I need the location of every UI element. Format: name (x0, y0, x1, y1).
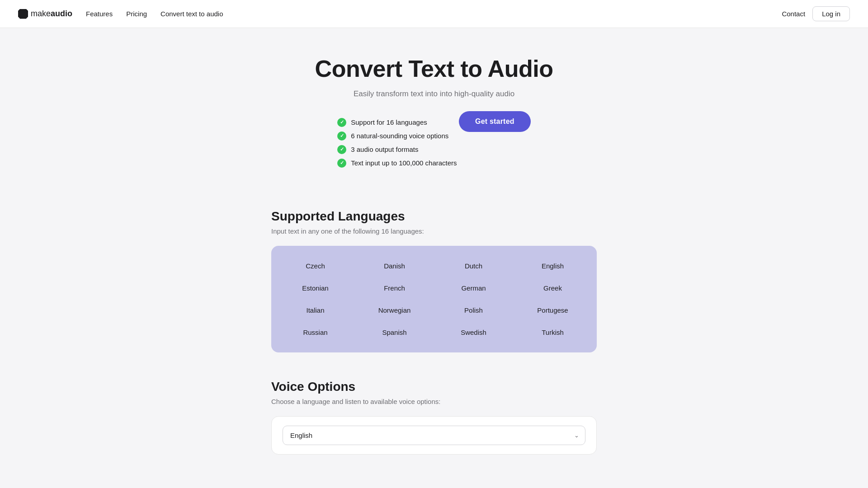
language-cell: French (355, 277, 434, 299)
languages-subtitle: Input text in any one of the following 1… (271, 227, 597, 235)
login-button[interactable]: Log in (812, 6, 850, 21)
nav-pricing[interactable]: Pricing (126, 10, 147, 18)
check-icon-1: ✓ (337, 118, 346, 127)
logo[interactable]: makeaudio (18, 9, 72, 19)
language-cell: Italian (276, 299, 355, 321)
language-cell: Turkish (513, 321, 592, 343)
language-cell: English (513, 255, 592, 277)
nav-features[interactable]: Features (86, 10, 113, 18)
language-select[interactable]: EnglishSpanishFrenchGermanItalianPortugu… (283, 426, 585, 445)
nav-links: Features Pricing Convert text to audio (86, 10, 223, 18)
language-cell: German (434, 277, 513, 299)
language-cell: Norwegian (355, 299, 434, 321)
feature-item-1: ✓ Support for 16 languages (337, 118, 427, 127)
check-icon-3: ✓ (337, 145, 346, 154)
voice-subtitle: Choose a language and listen to availabl… (271, 398, 597, 405)
voice-section: Voice Options Choose a language and list… (262, 371, 606, 473)
navbar: makeaudio Features Pricing Convert text … (0, 0, 868, 28)
hero-title: Convert Text to Audio (9, 55, 859, 82)
logo-make: makeaudio (31, 9, 72, 19)
language-cell: Czech (276, 255, 355, 277)
contact-link[interactable]: Contact (782, 10, 805, 18)
check-icon-2: ✓ (337, 131, 346, 141)
feature-text-2: 6 natural-sounding voice options (351, 132, 448, 140)
languages-section: Supported Languages Input text in any on… (262, 200, 606, 371)
nav-right: Contact Log in (782, 6, 850, 21)
feature-text-1: Support for 16 languages (351, 118, 427, 126)
logo-icon (18, 9, 28, 19)
language-cell: Spanish (355, 321, 434, 343)
voice-box: EnglishSpanishFrenchGermanItalianPortugu… (271, 416, 597, 455)
language-cell: Russian (276, 321, 355, 343)
hero-section: Convert Text to Audio Easily transform t… (0, 28, 868, 200)
nav-convert[interactable]: Convert text to audio (160, 10, 223, 18)
language-cell: Danish (355, 255, 434, 277)
language-select-wrapper: EnglishSpanishFrenchGermanItalianPortugu… (283, 426, 585, 445)
voice-title: Voice Options (271, 380, 597, 394)
language-cell: Portugese (513, 299, 592, 321)
language-cell: Estonian (276, 277, 355, 299)
hero-features-list: ✓ Support for 16 languages ✓ 6 natural-s… (337, 118, 457, 168)
languages-box: CzechDanishDutchEnglishEstonianFrenchGer… (271, 246, 597, 352)
feature-text-3: 3 audio output formats (351, 145, 418, 153)
get-started-button[interactable]: Get started (459, 111, 531, 132)
feature-item-2: ✓ 6 natural-sounding voice options (337, 131, 448, 141)
languages-grid: CzechDanishDutchEnglishEstonianFrenchGer… (276, 255, 592, 343)
languages-title: Supported Languages (271, 209, 597, 224)
check-icon-4: ✓ (337, 159, 346, 168)
language-cell: Polish (434, 299, 513, 321)
feature-item-4: ✓ Text input up to 100,000 characters (337, 159, 457, 168)
hero-subtitle: Easily transform text into into high-qua… (9, 89, 859, 99)
language-cell: Swedish (434, 321, 513, 343)
feature-item-3: ✓ 3 audio output formats (337, 145, 418, 154)
language-cell: Greek (513, 277, 592, 299)
feature-text-4: Text input up to 100,000 characters (351, 159, 457, 167)
language-cell: Dutch (434, 255, 513, 277)
